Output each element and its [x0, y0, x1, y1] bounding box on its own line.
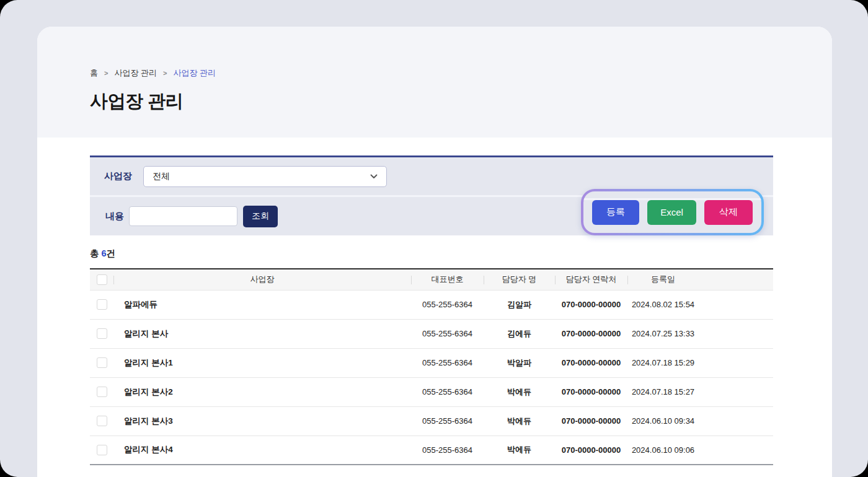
cell-registered-date: 2024.08.02 15:54	[627, 290, 699, 319]
cell-registered-date: 2024.06.10 09:06	[627, 435, 699, 465]
table-body: 알파에듀 055-255-6364 김알파 070-0000-00000 202…	[90, 290, 773, 465]
total-count-prefix: 총	[90, 248, 102, 258]
excel-export-button[interactable]: Excel	[647, 200, 696, 225]
highlight-annotation: 등록 Excel 삭제	[581, 189, 764, 235]
delete-button[interactable]: 삭제	[704, 200, 753, 225]
select-all-checkbox[interactable]	[97, 274, 107, 285]
header-manager-contact: 담당자 연락처	[555, 269, 627, 290]
content-label: 내용	[105, 211, 124, 222]
cell-manager-contact: 070-0000-00000	[555, 406, 627, 435]
total-count-suffix: 건	[107, 248, 116, 258]
workplace-select[interactable]: 전체	[143, 166, 387, 187]
cell-manager-name: 박에듀	[484, 435, 555, 465]
page-header: 홈 > 사업장 관리 > 사업장 관리 사업장 관리	[37, 27, 832, 138]
row-checkbox-cell	[90, 377, 113, 406]
breadcrumb-separator-icon: >	[163, 69, 167, 77]
cell-manager-name: 박에듀	[484, 406, 555, 435]
cell-manager-name: 김에듀	[484, 319, 555, 348]
breadcrumb: 홈 > 사업장 관리 > 사업장 관리	[90, 68, 779, 79]
header-checkbox-cell	[90, 269, 113, 290]
main-panel: 홈 > 사업장 관리 > 사업장 관리 사업장 관리 사업장 전체	[37, 27, 832, 477]
content-input[interactable]	[129, 206, 237, 226]
cell-manager-name: 박에듀	[484, 377, 555, 406]
row-checkbox-cell	[90, 406, 113, 435]
header-workplace: 사업장	[113, 269, 411, 290]
cell-main-phone: 055-255-6364	[411, 406, 484, 435]
row-checkbox-cell	[90, 319, 113, 348]
cell-filler	[699, 319, 773, 348]
cell-manager-name: 김알파	[484, 290, 555, 319]
row-checkbox[interactable]	[97, 387, 107, 397]
cell-workplace-name: 알리지 본사4	[113, 435, 411, 465]
row-checkbox[interactable]	[97, 328, 107, 339]
table-header-row: 사업장 대표번호 담당자 명 담당자 연락처 등록일	[90, 269, 773, 290]
header-filler	[699, 269, 773, 290]
table-row[interactable]: 알리지 본사3 055-255-6364 박에듀 070-0000-00000 …	[90, 406, 773, 435]
cell-main-phone: 055-255-6364	[411, 377, 484, 406]
cell-main-phone: 055-255-6364	[411, 290, 484, 319]
total-count: 총 6건	[90, 248, 773, 260]
total-count-number: 6	[102, 248, 107, 258]
table-row[interactable]: 알리지 본사2 055-255-6364 박에듀 070-0000-00000 …	[90, 377, 773, 406]
table-row[interactable]: 알리지 본사4 055-255-6364 박에듀 070-0000-00000 …	[90, 435, 773, 465]
cell-filler	[699, 406, 773, 435]
cell-manager-contact: 070-0000-00000	[555, 435, 627, 465]
cell-workplace-name: 알리지 본사	[113, 319, 411, 348]
cell-manager-name: 박알파	[484, 348, 555, 377]
cell-manager-contact: 070-0000-00000	[555, 319, 627, 348]
table-row[interactable]: 알리지 본사1 055-255-6364 박알파 070-0000-00000 …	[90, 348, 773, 377]
content-area: 사업장 전체 내용 조회 등록 Excel	[37, 138, 832, 465]
row-checkbox[interactable]	[97, 416, 107, 426]
cell-main-phone: 055-255-6364	[411, 319, 484, 348]
cell-manager-contact: 070-0000-00000	[555, 290, 627, 319]
cell-filler	[699, 435, 773, 465]
action-button-group: 등록 Excel 삭제	[583, 191, 761, 233]
cell-workplace-name: 알파에듀	[113, 290, 411, 319]
page-title: 사업장 관리	[90, 89, 779, 114]
cell-registered-date: 2024.06.10 09:34	[627, 406, 699, 435]
breadcrumb-home[interactable]: 홈	[90, 68, 98, 79]
breadcrumb-workplace-mgmt[interactable]: 사업장 관리	[114, 68, 157, 79]
row-checkbox-cell	[90, 435, 113, 465]
breadcrumb-separator-icon: >	[104, 69, 108, 77]
workplace-table: 사업장 대표번호 담당자 명 담당자 연락처 등록일 알파에듀 055-255-…	[90, 268, 773, 465]
breadcrumb-current: 사업장 관리	[174, 68, 216, 79]
cell-filler	[699, 377, 773, 406]
header-registered-date: 등록일	[627, 269, 699, 290]
table-row[interactable]: 알파에듀 055-255-6364 김알파 070-0000-00000 202…	[90, 290, 773, 319]
header-manager-name: 담당자 명	[484, 269, 555, 290]
cell-main-phone: 055-255-6364	[411, 348, 484, 377]
row-checkbox-cell	[90, 290, 113, 319]
cell-main-phone: 055-255-6364	[411, 435, 484, 465]
filter-panel: 사업장 전체 내용 조회 등록 Excel	[90, 155, 773, 235]
register-button[interactable]: 등록	[592, 200, 639, 225]
cell-registered-date: 2024.07.25 13:33	[627, 319, 699, 348]
cell-filler	[699, 348, 773, 377]
workplace-select-value: 전체	[153, 171, 170, 182]
row-checkbox-cell	[90, 348, 113, 377]
row-checkbox[interactable]	[97, 357, 107, 368]
cell-workplace-name: 알리지 본사2	[113, 377, 411, 406]
row-checkbox[interactable]	[97, 445, 107, 455]
chevron-down-icon	[370, 174, 378, 179]
workplace-label: 사업장	[104, 170, 132, 182]
cell-filler	[699, 290, 773, 319]
cell-manager-contact: 070-0000-00000	[555, 348, 627, 377]
cell-manager-contact: 070-0000-00000	[555, 377, 627, 406]
cell-registered-date: 2024.07.18 15:27	[627, 377, 699, 406]
cell-workplace-name: 알리지 본사3	[113, 406, 411, 435]
app-background: 홈 > 사업장 관리 > 사업장 관리 사업장 관리 사업장 전체	[0, 0, 868, 477]
search-button[interactable]: 조회	[243, 206, 278, 227]
table-row[interactable]: 알리지 본사 055-255-6364 김에듀 070-0000-00000 2…	[90, 319, 773, 348]
cell-workplace-name: 알리지 본사1	[113, 348, 411, 377]
header-main-phone: 대표번호	[411, 269, 484, 290]
cell-registered-date: 2024.07.18 15:29	[627, 348, 699, 377]
row-checkbox[interactable]	[97, 299, 107, 310]
